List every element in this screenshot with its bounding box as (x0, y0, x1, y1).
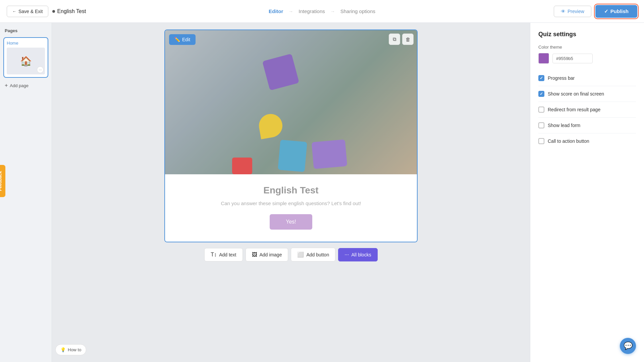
preview-icon: 👁 (561, 9, 566, 14)
publish-label: Publish (610, 8, 629, 14)
sidebar: Pages Home 🏠 ··· + Add page (0, 23, 52, 362)
bottom-toolbar: T↕ Add text 🖼 Add image ⬜ Add button ···… (204, 248, 377, 261)
unsaved-indicator (52, 10, 55, 13)
setting-left-show_score: ✓Show score on final screen (538, 91, 604, 97)
main-layout: Pages Home 🏠 ··· + Add page ✏️ Edit ⧉ 🗑 (0, 23, 644, 362)
color-theme-label: Color theme (538, 45, 636, 50)
setting-row-progress_bar: ✓Progress bar (538, 70, 636, 86)
edit-button[interactable]: ✏️ Edit (169, 34, 196, 45)
setting-left-progress_bar: ✓Progress bar (538, 75, 575, 81)
pages-title: Pages (3, 28, 48, 33)
topbar-nav: Editor → Integrations → Sharing options (266, 7, 378, 15)
right-panel: Quiz settings Color theme ✓Progress bar✓… (530, 23, 644, 362)
duplicate-button[interactable]: ⧉ (389, 34, 400, 45)
text-icon: T↕ (211, 252, 217, 258)
setting-label-cta_button: Call to action button (548, 138, 589, 144)
document-title: English Test (52, 8, 86, 14)
checkmark: ✓ (540, 92, 543, 96)
nav-editor[interactable]: Editor (266, 7, 286, 15)
topbar: ← Save & Exit English Test Editor → Inte… (0, 0, 644, 23)
checkbox-cta_button[interactable] (538, 138, 544, 144)
panel-title: Quiz settings (538, 31, 636, 38)
quiz-start-button[interactable]: Yes! (270, 214, 312, 230)
checkbox-progress_bar[interactable]: ✓ (538, 75, 544, 81)
add-button-button[interactable]: ⬜ Add button (291, 248, 335, 261)
quiz-subtitle: Can you answer these simple english ques… (178, 200, 404, 206)
page-card-home[interactable]: Home 🏠 ··· (3, 37, 48, 78)
plus-icon: + (5, 82, 8, 88)
setting-row-lead_form: Show lead form (538, 118, 636, 133)
canvas-area: ✏️ Edit ⧉ 🗑 English Test Can you answer … (52, 23, 530, 362)
color-input-row (538, 53, 636, 64)
block-blue (278, 140, 307, 172)
add-page-button[interactable]: + Add page (3, 81, 48, 90)
button-icon: ⬜ (297, 251, 304, 258)
nav-integrations[interactable]: Integrations (296, 7, 327, 15)
checkbox-lead_form[interactable] (538, 122, 544, 128)
checkmark-icon: ✓ (604, 8, 608, 14)
nav-sharing[interactable]: Sharing options (338, 7, 378, 15)
setting-label-progress_bar: Progress bar (548, 75, 575, 81)
nav-arrow-2: → (330, 9, 335, 14)
checkbox-redirect[interactable] (538, 107, 544, 113)
blocks-icon: ··· (344, 252, 349, 258)
canvas-actions: ⧉ 🗑 (389, 34, 414, 45)
save-exit-button[interactable]: ← Save & Exit (7, 6, 48, 17)
add-text-button[interactable]: T↕ Add text (204, 248, 243, 261)
setting-left-redirect: Redirect from result page (538, 107, 600, 113)
howto-label: How to (68, 347, 81, 352)
setting-row-redirect: Redirect from result page (538, 102, 636, 118)
add-image-button[interactable]: 🖼 Add image (246, 248, 288, 261)
howto-button[interactable]: 💡 How to (55, 344, 86, 355)
all-blocks-button[interactable]: ··· All blocks (338, 248, 377, 261)
quiz-title: English Test (178, 185, 404, 196)
page-home-thumb: 🏠 ··· (7, 48, 45, 74)
start-button-label: Yes! (286, 219, 296, 225)
add-button-label: Add button (306, 252, 329, 257)
canvas-hero-image (165, 30, 417, 174)
preview-label: Preview (568, 9, 584, 14)
topbar-right: 👁 Preview ✓ Publish (554, 5, 637, 18)
page-more-button[interactable]: ··· (37, 66, 44, 73)
color-hex-input[interactable] (552, 54, 593, 63)
setting-row-show_score: ✓Show score on final screen (538, 86, 636, 102)
all-blocks-label: All blocks (352, 252, 371, 257)
chat-icon: 💬 (624, 342, 633, 350)
topbar-left: ← Save & Exit English Test (7, 6, 86, 17)
nav-arrow-1: → (288, 9, 293, 14)
feedback-label: Feedback (0, 171, 3, 191)
home-thumb-icon: 🏠 (20, 56, 32, 67)
block-red (232, 158, 252, 174)
setting-left-lead_form: Show lead form (538, 122, 580, 128)
block-purple2 (312, 139, 347, 169)
delete-button[interactable]: 🗑 (402, 34, 414, 45)
edit-label: Edit (182, 37, 190, 42)
canvas-content: English Test Can you answer these simple… (165, 174, 417, 242)
preview-button[interactable]: 👁 Preview (554, 6, 591, 17)
checkmark: ✓ (540, 76, 543, 80)
settings-list: ✓Progress bar✓Show score on final screen… (538, 70, 636, 149)
add-text-label: Add text (219, 252, 236, 257)
setting-label-show_score: Show score on final screen (548, 91, 604, 97)
publish-button[interactable]: ✓ Publish (595, 5, 637, 18)
pencil-icon: ✏️ (174, 37, 180, 42)
canvas-wrapper: ✏️ Edit ⧉ 🗑 English Test Can you answer … (164, 29, 418, 242)
chat-fab-button[interactable]: 💬 (620, 338, 636, 354)
add-page-label: Add page (10, 83, 29, 88)
page-home-label: Home (7, 41, 45, 46)
arrow-left-icon: ← (12, 9, 16, 14)
checkbox-show_score[interactable]: ✓ (538, 91, 544, 97)
setting-row-cta_button: Call to action button (538, 133, 636, 149)
add-image-label: Add image (260, 252, 282, 257)
image-icon: 🖼 (252, 252, 257, 258)
color-swatch[interactable] (538, 53, 549, 64)
color-theme-section: Color theme (538, 45, 636, 64)
feedback-tab[interactable]: Feedback (0, 165, 5, 197)
save-exit-label: Save & Exit (18, 9, 43, 14)
setting-left-cta_button: Call to action button (538, 138, 589, 144)
setting-label-lead_form: Show lead form (548, 123, 580, 128)
setting-label-redirect: Redirect from result page (548, 107, 600, 112)
lightbulb-icon: 💡 (60, 347, 66, 352)
